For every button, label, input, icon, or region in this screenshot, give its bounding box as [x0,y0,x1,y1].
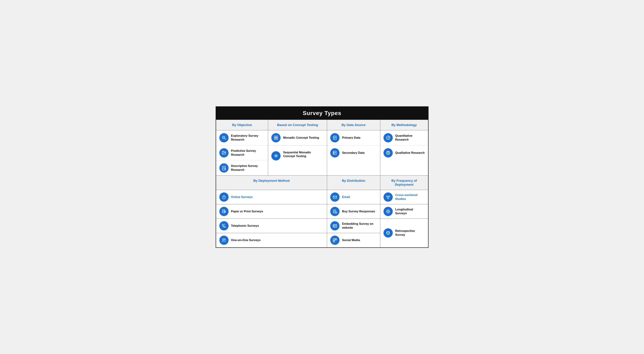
distribution-row-2: Buy Survey Responses [327,204,380,219]
monadic-icon [271,133,280,142]
svg-rect-9 [276,136,278,138]
email-label: Email [342,195,350,199]
svg-text:ig: ig [336,239,336,240]
list-item: Sequential Monadic Concept Testing [268,145,327,167]
buy-survey-label: Buy Survey Responses [342,209,375,213]
svg-point-35 [224,195,224,197]
title-row: Survey Types [216,107,428,120]
deployment-row-1: Online Surveys [216,190,327,204]
paper-surveys-label: Paper or Print Surveys [231,209,263,213]
svg-rect-67 [334,226,335,227]
secondary-data-label: Secondary Data [342,151,364,155]
concept-cell: Monadic Concept Testing Sequential Monad… [268,130,327,175]
svg-text:f: f [334,239,334,240]
descriptive-label: Descriptive Survey Research [231,164,265,172]
datasource-cell: Primary Data Secondary Data [327,130,380,175]
svg-point-27 [388,137,388,138]
frequency-row-3-4: Retrospective Survey [380,219,428,247]
header-datasource: By Data Source [327,120,380,130]
main-title: Survey Types [303,110,342,116]
embedding-icon [330,221,340,230]
predictive-icon [219,148,228,157]
methodology-cell: Quantitative Research Qualitative Resear… [380,130,428,175]
svg-point-77 [222,239,224,240]
qualitative-icon [384,148,393,157]
sequential-icon [271,151,280,161]
list-item: Exploratory Survey Research [216,130,268,145]
distribution-row-4: f ig yt Social Media [327,233,380,247]
longitudinal-label: Longitudinal Surveys [395,208,425,215]
telephonic-label: Telephonic Surveys [231,224,259,228]
social-media-label: Social Media [342,238,360,242]
svg-rect-8 [274,136,276,138]
list-item: Monadic Concept Testing [268,130,327,145]
cross-sectional-label: Cross-sectional Studies [395,193,425,201]
deployment-row-4: One-on-One Surveys [216,233,327,247]
predictive-label: Predictive Survey Research [231,149,265,157]
quantitative-label: Quantitative Research [395,134,425,142]
header-methodology: By Methodology [380,120,428,130]
online-surveys-label: Online Surveys [231,195,253,199]
svg-rect-4 [222,166,226,170]
primary-data-label: Primary Data [342,136,360,140]
svg-point-2 [223,137,224,138]
longitudinal-icon [384,207,393,216]
descriptive-icon [219,163,228,173]
social-media-icon: f ig yt [330,236,340,245]
online-surveys-icon [219,192,228,202]
secondary-data-icon [330,148,340,157]
distribution-row-3: Embedding Survey on website [327,219,380,233]
frequency-row-1: Cross-sectional Studies [380,190,428,204]
svg-point-62 [388,211,388,212]
svg-text:yt: yt [334,241,334,242]
primary-data-icon [330,133,340,142]
list-item: Qualitative Research [380,145,428,160]
one-on-one-icon [219,236,228,245]
svg-rect-10 [274,138,276,140]
retrospective-label: Retrospective Survey [395,229,425,237]
header-frequency: By Frequency of Deployment [380,175,428,190]
frequency-row-2: Longitudinal Surveys [380,204,428,219]
qualitative-label: Qualitative Research [395,151,425,155]
svg-point-78 [224,239,226,240]
exploratory-label: Exploratory Survey Research [231,134,265,142]
paper-surveys-icon [219,207,228,216]
embedding-label: Embedding Survey on website [342,222,377,230]
distribution-row-1: Email [327,190,380,204]
header-concept: Based on Concept Testing [268,120,327,130]
deployment-row-2: Paper or Print Surveys [216,204,327,219]
svg-point-33 [388,153,388,153]
cross-sectional-icon [384,192,393,202]
list-item: Quantitative Research [380,130,428,145]
header-deployment: By Deployment Method [216,175,327,190]
deployment-row-3: Telephonic Surveys [216,219,327,233]
list-item: Primary Data [327,130,380,145]
monadic-label: Monadic Concept Testing [283,136,319,140]
exploratory-icon [219,133,228,142]
list-item: Descriptive Survey Research [216,161,268,175]
quantitative-icon [384,133,393,142]
svg-line-1 [224,138,226,140]
sequential-label: Sequential Monadic Concept Testing [283,151,324,158]
svg-rect-11 [276,138,278,140]
svg-point-37 [224,198,224,198]
table-wrapper: Survey Types By Objective Based on Conce… [216,106,428,248]
list-item: Predictive Survey Research [216,145,268,161]
list-item: Secondary Data [327,145,380,160]
retrospective-icon [384,228,393,237]
objective-cell: Exploratory Survey Research Predictive S… [216,130,268,175]
buy-survey-icon [330,207,340,216]
telephonic-icon [219,221,228,230]
header-distribution: By Distribution [327,175,380,190]
email-icon [330,192,340,202]
header-objective: By Objective [216,120,268,130]
one-on-one-label: One-on-One Surveys [231,238,261,242]
